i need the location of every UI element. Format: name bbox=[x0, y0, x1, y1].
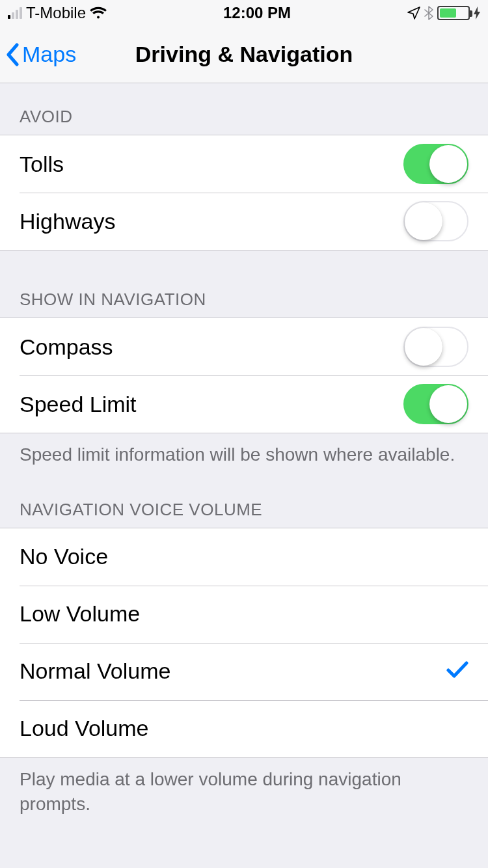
highways-toggle[interactable] bbox=[403, 201, 468, 241]
row-no-voice[interactable]: No Voice bbox=[0, 528, 488, 586]
status-left: T-Mobile bbox=[8, 4, 107, 22]
location-icon bbox=[407, 7, 420, 20]
row-normal-volume[interactable]: Normal Volume bbox=[0, 643, 488, 700]
battery-icon bbox=[437, 6, 470, 20]
speed-limit-label: Speed Limit bbox=[20, 392, 137, 417]
row-tolls[interactable]: Tolls bbox=[0, 135, 488, 193]
highways-label: Highways bbox=[20, 209, 115, 234]
tolls-toggle[interactable] bbox=[403, 144, 468, 184]
volume-option-label: Normal Volume bbox=[20, 658, 170, 684]
volume-option-label: Loud Volume bbox=[20, 716, 149, 741]
status-right bbox=[407, 6, 480, 20]
group-show: Compass Speed Limit bbox=[0, 318, 488, 433]
row-speed-limit[interactable]: Speed Limit bbox=[0, 375, 488, 433]
compass-toggle[interactable] bbox=[403, 327, 468, 367]
section-footer-show: Speed limit information will be shown wh… bbox=[0, 433, 488, 467]
nav-bar: Maps Driving & Navigation bbox=[0, 26, 488, 83]
section-header-volume: NAVIGATION VOICE VOLUME bbox=[0, 467, 488, 528]
row-compass[interactable]: Compass bbox=[0, 318, 488, 375]
wifi-icon bbox=[90, 7, 107, 20]
row-loud-volume[interactable]: Loud Volume bbox=[0, 700, 488, 757]
status-bar: T-Mobile 12:00 PM bbox=[0, 0, 488, 26]
carrier-label: T-Mobile bbox=[26, 4, 86, 22]
section-header-avoid: AVOID bbox=[0, 83, 488, 135]
group-volume: No Voice Low Volume Normal Volume Loud V… bbox=[0, 528, 488, 758]
page-title: Driving & Navigation bbox=[135, 42, 353, 67]
signal-strength-icon bbox=[8, 7, 22, 19]
section-header-show: SHOW IN NAVIGATION bbox=[0, 251, 488, 318]
status-time: 12:00 PM bbox=[223, 4, 291, 22]
back-label: Maps bbox=[22, 42, 76, 67]
row-highways[interactable]: Highways bbox=[0, 193, 488, 250]
compass-label: Compass bbox=[20, 334, 113, 360]
back-button[interactable]: Maps bbox=[5, 26, 76, 83]
tolls-label: Tolls bbox=[20, 152, 64, 177]
row-low-volume[interactable]: Low Volume bbox=[0, 586, 488, 643]
group-avoid: Tolls Highways bbox=[0, 135, 488, 251]
checkmark-icon bbox=[446, 658, 468, 684]
chevron-left-icon bbox=[5, 43, 20, 66]
charging-icon bbox=[474, 7, 480, 20]
section-footer-volume: Play media at a lower volume during navi… bbox=[0, 758, 488, 817]
volume-option-label: No Voice bbox=[20, 544, 108, 569]
bluetooth-icon bbox=[424, 6, 433, 20]
speed-limit-toggle[interactable] bbox=[403, 384, 468, 424]
volume-option-label: Low Volume bbox=[20, 601, 140, 627]
